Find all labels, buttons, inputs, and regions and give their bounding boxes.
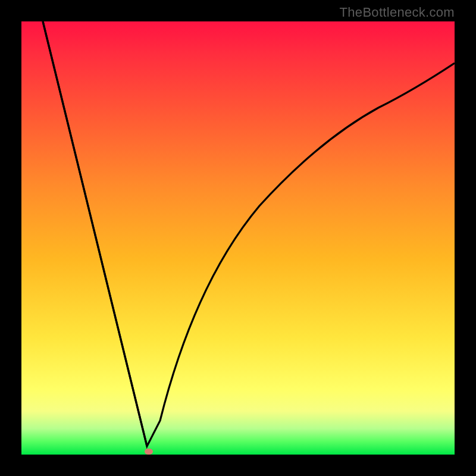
bottleneck-curve-left-sharp <box>43 21 147 446</box>
curve-layer <box>21 21 455 455</box>
minimum-marker <box>145 449 153 455</box>
plot-area <box>21 21 455 455</box>
watermark-text: TheBottleneck.com <box>340 5 455 20</box>
chart-frame: TheBottleneck.com <box>0 0 476 476</box>
bottleneck-curve <box>43 21 455 446</box>
